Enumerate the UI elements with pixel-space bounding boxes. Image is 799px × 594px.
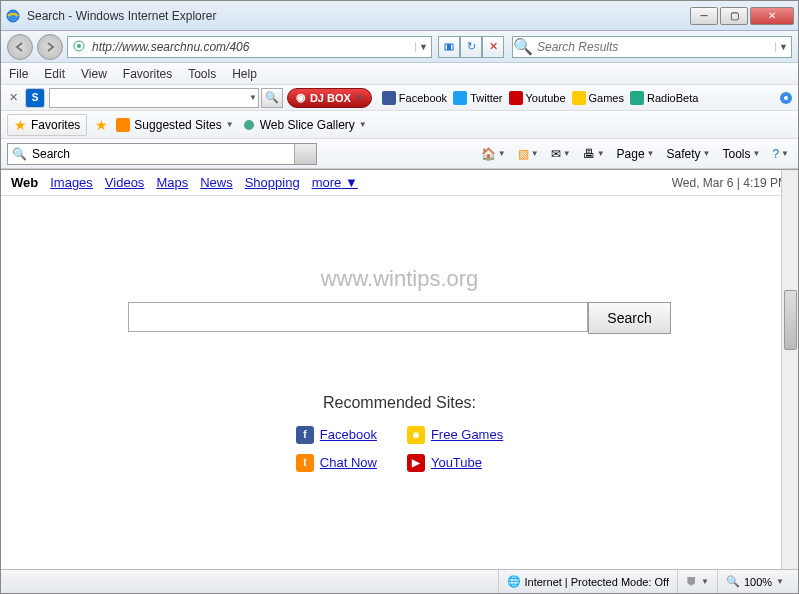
rec-item-youtube: ▶YouTube bbox=[407, 454, 503, 472]
search-icon: 🔍 bbox=[8, 147, 30, 161]
recommended-title: Recommended Sites: bbox=[61, 394, 738, 412]
globe-icon: 🌐 bbox=[507, 575, 521, 588]
rec-link[interactable]: Free Games bbox=[431, 427, 503, 442]
scroll-thumb[interactable] bbox=[784, 290, 797, 350]
shield-icon: ⛊ bbox=[686, 576, 697, 588]
toolbar-settings-icon[interactable] bbox=[778, 90, 794, 106]
window-title: Search - Windows Internet Explorer bbox=[27, 9, 690, 23]
help-button[interactable]: ?▼ bbox=[769, 145, 792, 163]
tab-news[interactable]: News bbox=[200, 175, 233, 190]
search-tabs: Web Images Videos Maps News Shopping mor… bbox=[1, 170, 798, 196]
tab-web[interactable]: Web bbox=[11, 175, 38, 190]
menu-file[interactable]: File bbox=[9, 67, 28, 81]
stop-button[interactable]: ✕ bbox=[482, 36, 504, 58]
svg-point-6 bbox=[784, 96, 788, 100]
rec-link[interactable]: Chat Now bbox=[320, 455, 377, 470]
rss-icon: ▧ bbox=[518, 147, 529, 161]
svg-point-7 bbox=[244, 120, 254, 130]
back-button[interactable] bbox=[7, 34, 33, 60]
rec-icon: t bbox=[296, 454, 314, 472]
favorites-bar: ★ Favorites ★ Suggested Sites ▼ Web Slic… bbox=[1, 111, 798, 139]
link-icon bbox=[382, 91, 396, 105]
zone-indicator[interactable]: 🌐 Internet | Protected Mode: Off bbox=[498, 570, 678, 593]
toolbar-search-input[interactable] bbox=[49, 88, 259, 108]
page-menu-button[interactable]: Page▼ bbox=[614, 145, 658, 163]
toolbar-link-youtube[interactable]: Youtube bbox=[509, 91, 566, 105]
toolbar-link-twitter[interactable]: Twitter bbox=[453, 91, 502, 105]
address-dropdown[interactable]: ▼ bbox=[415, 42, 431, 52]
rec-link[interactable]: YouTube bbox=[431, 455, 482, 470]
page-search-input[interactable] bbox=[30, 147, 294, 161]
datetime-label: Wed, Mar 6 | 4:19 PM bbox=[672, 176, 788, 190]
safety-menu-button[interactable]: Safety▼ bbox=[664, 145, 714, 163]
rec-icon: f bbox=[296, 426, 314, 444]
menu-bar: File Edit View Favorites Tools Help bbox=[1, 63, 798, 85]
add-favorite-icon[interactable]: ★ bbox=[95, 117, 108, 133]
feeds-button[interactable]: ▧▼ bbox=[515, 145, 542, 163]
help-icon: ? bbox=[772, 147, 779, 161]
address-input[interactable] bbox=[92, 40, 415, 54]
mail-icon: ✉ bbox=[551, 147, 561, 161]
main-search-input[interactable] bbox=[128, 302, 588, 332]
tools-menu-button[interactable]: Tools▼ bbox=[719, 145, 763, 163]
page-search-box[interactable]: 🔍 bbox=[7, 143, 317, 165]
refresh-button[interactable]: ↻ bbox=[460, 36, 482, 58]
toolbar-link-radiobeta[interactable]: RadioBeta bbox=[630, 91, 698, 105]
print-button[interactable]: 🖶▼ bbox=[580, 145, 608, 163]
menu-view[interactable]: View bbox=[81, 67, 107, 81]
search-results-input[interactable] bbox=[533, 40, 775, 54]
vertical-scrollbar[interactable] bbox=[781, 170, 798, 569]
tab-images[interactable]: Images bbox=[50, 175, 93, 190]
addon-toolbar: ✕ S ▼ 🔍 ◉ DJ BOX ▼ FacebookTwitterYoutub… bbox=[1, 85, 798, 111]
home-button[interactable]: 🏠▼ bbox=[478, 145, 509, 163]
close-toolbar-button[interactable]: ✕ bbox=[5, 91, 21, 104]
suggested-icon bbox=[116, 118, 130, 132]
rec-item-free-games: ☻Free Games bbox=[407, 426, 503, 444]
search-dropdown[interactable]: ▼ bbox=[775, 42, 791, 52]
toolbar-link-facebook[interactable]: Facebook bbox=[382, 91, 447, 105]
rec-link[interactable]: Facebook bbox=[320, 427, 377, 442]
nav-bar: ▼ ↻ ✕ 🔍 ▼ bbox=[1, 31, 798, 63]
favorites-button[interactable]: ★ Favorites bbox=[7, 114, 87, 136]
star-icon: ★ bbox=[14, 117, 27, 133]
protected-mode-toggle[interactable]: ⛊▼ bbox=[677, 570, 717, 593]
mail-button[interactable]: ✉▼ bbox=[548, 145, 574, 163]
web-slice-button[interactable]: Web Slice Gallery ▼ bbox=[242, 118, 367, 132]
djbox-button[interactable]: ◉ DJ BOX ▼ bbox=[287, 88, 372, 108]
watermark-text: www.wintips.org bbox=[61, 266, 738, 292]
tab-shopping[interactable]: Shopping bbox=[245, 175, 300, 190]
link-icon bbox=[453, 91, 467, 105]
link-icon bbox=[509, 91, 523, 105]
tab-more[interactable]: more ▼ bbox=[312, 175, 358, 190]
toolbar-search-button[interactable]: 🔍 bbox=[261, 88, 283, 108]
tab-maps[interactable]: Maps bbox=[156, 175, 188, 190]
ie-icon bbox=[5, 8, 21, 24]
titlebar: Search - Windows Internet Explorer ─ ▢ ✕ bbox=[1, 1, 798, 31]
suggested-sites-button[interactable]: Suggested Sites ▼ bbox=[116, 118, 233, 132]
main-search-button[interactable]: Search bbox=[588, 302, 670, 334]
toolbar-link-games[interactable]: Games bbox=[572, 91, 624, 105]
toolbar-search-dropdown[interactable]: ▼ bbox=[249, 93, 257, 102]
address-bar[interactable]: ▼ bbox=[67, 36, 432, 58]
forward-button[interactable] bbox=[37, 34, 63, 60]
menu-tools[interactable]: Tools bbox=[188, 67, 216, 81]
menu-help[interactable]: Help bbox=[232, 67, 257, 81]
zoom-control[interactable]: 🔍 100% ▼ bbox=[717, 570, 792, 593]
minimize-button[interactable]: ─ bbox=[690, 7, 718, 25]
zoom-icon: 🔍 bbox=[726, 575, 740, 588]
link-icon bbox=[572, 91, 586, 105]
maximize-button[interactable]: ▢ bbox=[720, 7, 748, 25]
tab-videos[interactable]: Videos bbox=[105, 175, 145, 190]
page-search-go[interactable] bbox=[294, 144, 316, 164]
compat-button[interactable] bbox=[438, 36, 460, 58]
menu-favorites[interactable]: Favorites bbox=[123, 67, 172, 81]
link-icon bbox=[630, 91, 644, 105]
print-icon: 🖶 bbox=[583, 147, 595, 161]
close-button[interactable]: ✕ bbox=[750, 7, 794, 25]
search-results-box[interactable]: 🔍 ▼ bbox=[512, 36, 792, 58]
menu-edit[interactable]: Edit bbox=[44, 67, 65, 81]
toolbar-logo-icon[interactable]: S bbox=[25, 88, 45, 108]
svg-rect-4 bbox=[447, 44, 451, 50]
rec-item-chat-now: tChat Now bbox=[296, 454, 377, 472]
rec-item-facebook: fFacebook bbox=[296, 426, 377, 444]
